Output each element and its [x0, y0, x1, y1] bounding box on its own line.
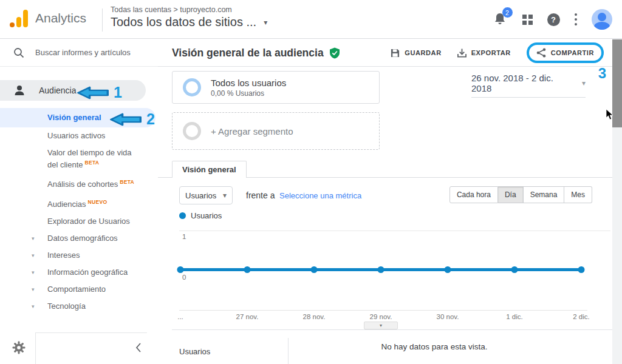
sidebar-item-tecnologia[interactable]: ▾Tecnología: [0, 298, 158, 315]
tutorial-step-number-3: 3: [598, 65, 606, 82]
shield-check-icon: [329, 47, 340, 59]
tutorial-step-number-2: 2: [146, 110, 155, 128]
data-point[interactable]: [177, 266, 184, 273]
data-point[interactable]: [445, 266, 451, 273]
sidebar-item-label: Datos demográficos: [47, 234, 118, 243]
scrollbar-thumb[interactable]: [612, 39, 622, 127]
badge-beta: BETA: [120, 179, 134, 185]
tab-label: Visión general: [182, 165, 236, 174]
data-point[interactable]: [311, 266, 318, 273]
segment-donut-icon: [183, 122, 201, 140]
data-point[interactable]: [511, 266, 518, 273]
property-selector[interactable]: Todos los datos de sitios ... ▾: [111, 15, 267, 29]
property-title: Todos los datos de sitios ...: [111, 15, 256, 29]
chevron-down-icon: ▾: [32, 251, 47, 260]
select-metric-link[interactable]: Seleccione una métrica: [279, 191, 361, 200]
metric-selected: Usuarios: [185, 191, 216, 200]
chevron-down-icon: [32, 148, 47, 170]
granularity-semana[interactable]: Semana: [524, 186, 565, 203]
save-button[interactable]: GUARDAR: [391, 49, 441, 58]
date-range-selector[interactable]: 26 nov. 2018 - 2 dic. 2018 ▾: [471, 73, 586, 98]
data-point[interactable]: [244, 266, 251, 273]
sidebar-item-explorador-de-usuarios[interactable]: Explorador de Usuarios: [0, 213, 158, 230]
sidebar-section-audiencia[interactable]: Audiencia 1: [0, 80, 158, 101]
chart-legend: Usuarios: [179, 211, 222, 220]
sidebar-item-audiencias[interactable]: AudienciasNUEVO: [0, 194, 158, 213]
segment-all-users[interactable]: Todos los usuarios 0,00 % Usuarios: [172, 71, 380, 104]
sidebar: Audiencia 1 Visión general2Usuarios acti…: [0, 39, 158, 364]
sidebar-item-analisis-de-cohortes[interactable]: Análisis de cohortesBETA: [0, 174, 158, 193]
sidebar-items: Visión general2Usuarios activosValor del…: [0, 108, 158, 315]
granularity-mes[interactable]: Mes: [564, 186, 592, 203]
breadcrumb: Todas las cuentas > tuproyecto.com: [111, 5, 267, 14]
analytics-logo[interactable]: Analytics: [10, 9, 86, 27]
footer-vertical-divider: [35, 332, 36, 364]
search-input[interactable]: [35, 48, 145, 57]
chevron-down-icon: ▾: [380, 323, 382, 328]
settings-button[interactable]: [12, 341, 26, 357]
y-tick-0: 0: [182, 274, 186, 281]
more-options-icon[interactable]: [575, 13, 578, 26]
sidebar-footer: [0, 332, 158, 364]
granularity-cada-hora[interactable]: Cada hora: [449, 186, 498, 203]
sidebar-item-intereses[interactable]: ▾Intereses: [0, 247, 158, 264]
sidebar-item-valor-del-tiempo-de-vida-del-cliente[interactable]: Valor del tiempo de vida del clienteBETA: [0, 144, 158, 174]
chevron-down-icon: [32, 217, 47, 226]
help-icon[interactable]: ?: [547, 13, 560, 26]
add-segment-button[interactable]: + Agregar segmento: [172, 112, 380, 150]
sidebar-item-datos-demograficos[interactable]: ▾Datos demográficos: [0, 230, 158, 247]
bottom-metric-label: Usuarios: [179, 347, 210, 356]
segment-subtitle: 0,00 % Usuarios: [211, 89, 286, 98]
granularity-dia[interactable]: Día: [498, 186, 524, 203]
legend-label: Usuarios: [191, 211, 222, 220]
sidebar-item-label: AudienciasNUEVO: [47, 197, 107, 209]
sidebar-item-label: Información geográfica: [47, 268, 128, 277]
sidebar-item-vision-general[interactable]: Visión general2: [0, 108, 156, 127]
add-segment-label: + Agregar segmento: [211, 126, 293, 136]
notifications-button[interactable]: 2: [493, 12, 508, 27]
chart-x-axis: [179, 310, 587, 311]
tutorial-highlight-ring: COMPARTIR 3: [527, 42, 604, 63]
chevron-left-icon: [135, 342, 142, 354]
segment-title: Todos los usuarios: [211, 78, 286, 88]
app-header: Analytics Todas las cuentas > tuproyecto…: [0, 0, 622, 39]
apps-grid-icon[interactable]: [522, 15, 533, 25]
sidebar-item-label: Valor del tiempo de vida del clienteBETA: [47, 148, 140, 170]
share-label: COMPARTIR: [551, 49, 594, 56]
metric-select[interactable]: Usuarios ▾: [179, 186, 233, 204]
badge-beta: BETA: [85, 160, 100, 166]
sidebar-item-usuarios-activos[interactable]: Usuarios activos: [0, 127, 158, 144]
sidebar-item-label: Usuarios activos: [47, 131, 105, 141]
granularity-group: Cada horaDíaSemanaMes: [449, 186, 592, 203]
sidebar-item-label: Análisis de cohortesBETA: [47, 177, 134, 189]
sidebar-item-comportamiento[interactable]: ▾Comportamiento: [0, 281, 158, 298]
footer-divider: [35, 332, 147, 333]
export-button[interactable]: EXPORTAR: [457, 48, 511, 58]
x-axis-label: 1 dic.: [506, 313, 523, 320]
section-divider: [172, 329, 612, 330]
data-point[interactable]: [578, 266, 585, 273]
chevron-down-icon: ▾: [223, 191, 227, 200]
report-search[interactable]: [0, 39, 158, 67]
timeline-expander[interactable]: ▾: [364, 322, 398, 329]
scrollbar-track[interactable]: [612, 39, 622, 364]
collapse-sidebar-button[interactable]: [135, 342, 142, 356]
x-axis-label: 2 dic.: [573, 313, 590, 320]
avatar[interactable]: [592, 9, 612, 30]
legend-dot-icon: [179, 212, 186, 219]
tab-vision-general[interactable]: Visión general: [172, 161, 247, 178]
data-point[interactable]: [378, 266, 384, 273]
x-axis-label: 30 nov.: [437, 313, 459, 320]
share-button[interactable]: COMPARTIR: [536, 48, 594, 58]
search-icon: [13, 47, 24, 58]
segment-donut-icon: [183, 78, 201, 96]
empty-state-message: No hay datos para esta vista.: [313, 342, 556, 351]
chart-line: [180, 268, 581, 271]
chevron-down-icon: ▾: [32, 268, 47, 277]
chevron-down-icon: ▾: [32, 285, 47, 294]
sidebar-item-informacion-geografica[interactable]: ▾Información geográfica: [0, 264, 158, 281]
chevron-down-icon: [32, 131, 47, 141]
sidebar-item-label: Visión general: [47, 113, 101, 123]
y-tick-1: 1: [182, 233, 186, 240]
export-label: EXPORTAR: [471, 49, 511, 56]
